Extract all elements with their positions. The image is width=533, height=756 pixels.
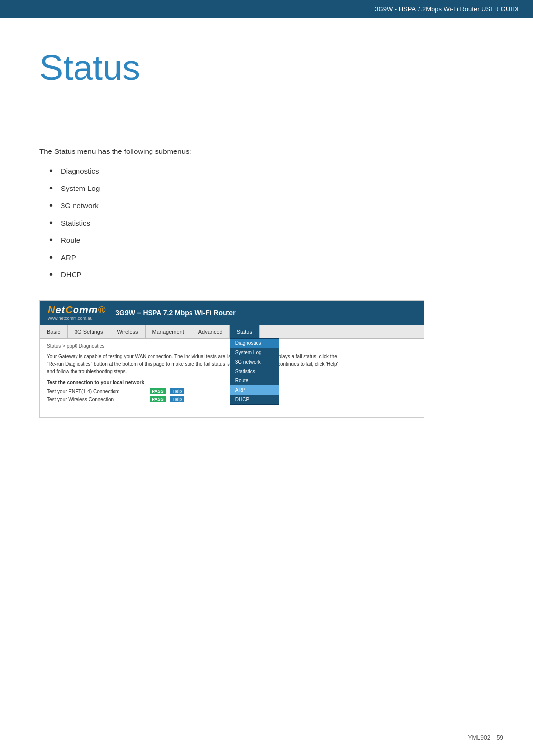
logo-subtext: www.netcomm.com.au xyxy=(48,316,93,321)
description-text: Your Gateway is capable of testing your … xyxy=(47,353,343,375)
nav-basic[interactable]: Basic xyxy=(40,325,68,338)
page-footer: YML902 – 59 xyxy=(468,734,503,741)
dropdown-route[interactable]: Route xyxy=(230,376,279,385)
list-item-route: Route xyxy=(49,234,494,246)
list-item-statistics: Statistics xyxy=(49,217,494,228)
help-button-wireless[interactable]: Help xyxy=(170,396,185,402)
test-label-wireless: Test your Wireless Connection: xyxy=(47,397,146,402)
logo-netcomm: NetComm® xyxy=(48,304,106,316)
test-status-enet: PASS xyxy=(150,388,166,394)
router-ui-screenshot: NetComm® www.netcomm.com.au 3G9W – HSPA … xyxy=(39,300,494,418)
main-content: Status The Status menu has the following… xyxy=(0,18,533,457)
nav-advanced[interactable]: Advanced xyxy=(191,325,230,338)
list-item-arp: ARP xyxy=(49,252,494,263)
dropdown-3gnetwork[interactable]: 3G network xyxy=(230,357,279,367)
list-item-dhcp: DHCP xyxy=(49,269,494,280)
dropdown-dhcp[interactable]: DHCP xyxy=(230,395,279,404)
submenu-list: Diagnostics System Log 3G network Statis… xyxy=(49,165,494,280)
dropdown-statistics[interactable]: Statistics xyxy=(230,367,279,376)
nav-bar: Basic 3G Settings Wireless Management Ad… xyxy=(40,325,424,339)
test-label-enet: Test your ENET(1-4) Connection: xyxy=(47,389,146,394)
top-bar: 3G9W - HSPA 7.2Mbps Wi-Fi Router USER GU… xyxy=(0,0,533,18)
help-button-enet[interactable]: Help xyxy=(170,388,185,394)
nav-status[interactable]: Status Diagnostics System Log 3G network… xyxy=(230,325,260,338)
nav-spacer xyxy=(260,325,424,338)
page-title: Status xyxy=(39,47,494,88)
nav-3gsettings[interactable]: 3G Settings xyxy=(68,325,110,338)
router-header: NetComm® www.netcomm.com.au 3G9W – HSPA … xyxy=(40,301,424,325)
dropdown-arp[interactable]: ARP xyxy=(230,385,279,395)
list-item-3gnetwork: 3G network xyxy=(49,200,494,211)
list-item-systemlog: System Log xyxy=(49,183,494,194)
nav-management[interactable]: Management xyxy=(146,325,191,338)
top-bar-title: 3G9W - HSPA 7.2Mbps Wi-Fi Router USER GU… xyxy=(375,5,521,13)
intro-text: The Status menu has the following submen… xyxy=(39,147,494,155)
list-item-diagnostics: Diagnostics xyxy=(49,165,494,177)
page-ref: YML902 – 59 xyxy=(468,734,503,741)
router-logo: NetComm® www.netcomm.com.au xyxy=(48,304,106,321)
test-status-wireless: PASS xyxy=(150,396,166,402)
dropdown-systemlog[interactable]: System Log xyxy=(230,348,279,357)
nav-wireless[interactable]: Wireless xyxy=(110,325,145,338)
status-dropdown: Diagnostics System Log 3G network Statis… xyxy=(230,338,279,405)
router-ui: NetComm® www.netcomm.com.au 3G9W – HSPA … xyxy=(39,300,424,418)
dropdown-diagnostics[interactable]: Diagnostics xyxy=(230,339,279,348)
router-device-title: 3G9W – HSPA 7.2 Mbps Wi-Fi Router xyxy=(115,309,235,317)
